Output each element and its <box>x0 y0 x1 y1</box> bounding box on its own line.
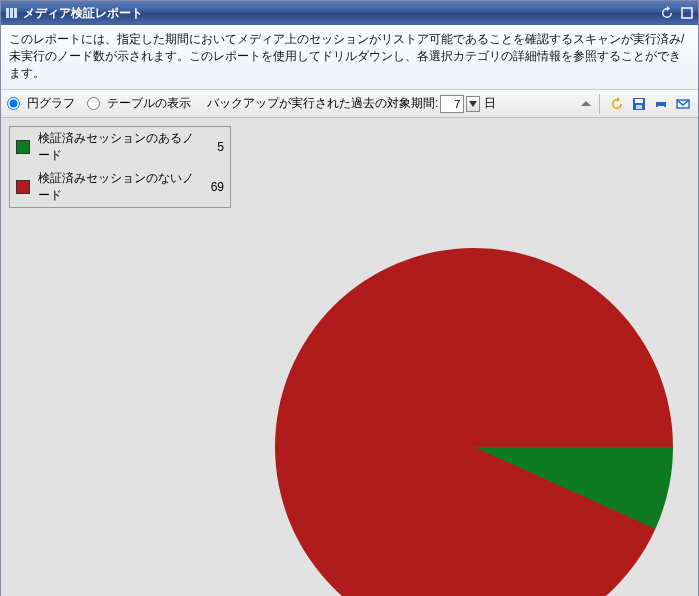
window-title: メディア検証レポート <box>23 5 143 22</box>
view-table-input[interactable] <box>87 97 100 110</box>
print-icon[interactable] <box>652 95 670 113</box>
view-pie-input[interactable] <box>7 97 20 110</box>
legend-label: 検証済みセッションのあるノード <box>38 130 198 164</box>
svg-rect-6 <box>636 105 642 109</box>
view-table-radio[interactable]: テーブルの表示 <box>87 95 191 112</box>
view-pie-radio[interactable]: 円グラフ <box>7 95 75 112</box>
chart-area: 検証済みセッションのあるノード 5 検証済みセッションのないノード 69 <box>1 118 698 596</box>
svg-rect-5 <box>635 99 643 103</box>
period-unit: 日 <box>484 95 496 112</box>
svg-rect-9 <box>658 106 664 109</box>
toolbar-divider <box>599 94 600 114</box>
svg-rect-3 <box>682 8 692 18</box>
legend-item: 検証済みセッションのあるノード 5 <box>10 127 230 167</box>
legend: 検証済みセッションのあるノード 5 検証済みセッションのないノード 69 <box>9 126 231 208</box>
maximize-icon[interactable] <box>680 6 694 20</box>
description-text: このレポートには、指定した期間においてメディア上のセッションがリストア可能である… <box>1 25 698 90</box>
pie-chart <box>275 248 673 596</box>
save-icon[interactable] <box>630 95 648 113</box>
report-icon <box>5 7 17 19</box>
legend-value: 5 <box>198 140 224 154</box>
legend-label: 検証済みセッションのないノード <box>38 170 198 204</box>
legend-item: 検証済みセッションのないノード 69 <box>10 167 230 207</box>
refresh-title-icon[interactable] <box>660 6 674 20</box>
svg-rect-2 <box>14 8 17 18</box>
scroll-up-icon[interactable] <box>577 95 595 113</box>
view-pie-label: 円グラフ <box>27 95 75 112</box>
svg-rect-8 <box>658 99 664 102</box>
period-label: バックアップが実行された過去の対象期間: <box>207 95 438 112</box>
toolbar: 円グラフ テーブルの表示 バックアップが実行された過去の対象期間: 日 <box>1 90 698 118</box>
svg-rect-1 <box>10 8 13 18</box>
period-input[interactable] <box>440 95 464 113</box>
legend-swatch <box>16 180 30 194</box>
svg-rect-0 <box>6 8 9 18</box>
legend-value: 69 <box>198 180 224 194</box>
refresh-icon[interactable] <box>608 95 626 113</box>
report-window: メディア検証レポート このレポートには、指定した期間においてメディア上のセッショ… <box>0 0 699 596</box>
titlebar: メディア検証レポート <box>1 1 698 25</box>
email-icon[interactable] <box>674 95 692 113</box>
titlebar-buttons <box>660 6 694 20</box>
period-dropdown-button[interactable] <box>466 96 480 112</box>
view-table-label: テーブルの表示 <box>107 95 191 112</box>
legend-swatch <box>16 140 30 154</box>
